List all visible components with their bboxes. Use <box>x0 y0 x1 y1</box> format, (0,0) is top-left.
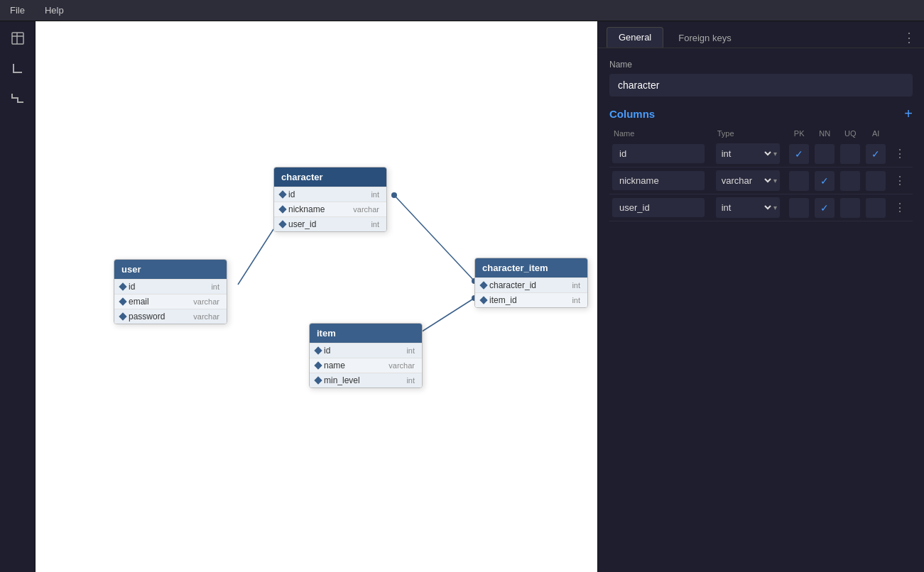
col-header-name: Name <box>609 126 713 141</box>
col-nn-id[interactable] <box>815 144 835 164</box>
elbow-connector-icon[interactable] <box>8 58 28 78</box>
col-type-select-user_id[interactable]: intvarchartextfloatboolean <box>716 197 773 218</box>
column-row-id: intvarchartextfloatboolean▾✓✓⋮ <box>609 141 913 167</box>
row-type-label: int <box>406 346 415 355</box>
table-row-user-email: emailvarchar <box>114 294 227 309</box>
col-pk-user_id[interactable] <box>789 198 809 218</box>
columns-title: Columns <box>609 108 655 120</box>
col-name-input-user_id[interactable] <box>612 198 705 217</box>
name-field-group: Name <box>609 60 913 97</box>
table-user[interactable]: useridintemailvarcharpasswordvarchar <box>114 259 227 324</box>
row-name-label: email <box>129 297 190 307</box>
col-type-select-id[interactable]: intvarchartextfloatboolean <box>716 143 773 164</box>
row-type-label: int <box>371 190 379 199</box>
table-header-character[interactable]: character <box>274 167 386 187</box>
table-row-user-id: idint <box>114 279 227 294</box>
row-name-label: min_level <box>324 375 403 385</box>
main-layout: characteridintnicknamevarcharuser_idintu… <box>0 21 924 572</box>
add-column-button[interactable]: + <box>904 106 913 121</box>
svg-rect-0 <box>12 33 23 44</box>
row-name-label: name <box>324 361 386 370</box>
diamond-icon <box>119 312 126 320</box>
table-row-item-min_level: min_levelint <box>310 373 422 387</box>
col-name-input-nickname[interactable] <box>612 171 705 190</box>
col-ai-id[interactable]: ✓ <box>866 144 886 164</box>
row-type-label: varchar <box>353 205 379 214</box>
svg-line-3 <box>238 229 273 285</box>
columns-section: Columns + Name Type PK NN UQ AI <box>609 106 913 221</box>
table-character[interactable]: characteridintnicknamevarcharuser_idint <box>273 167 387 232</box>
table-row-character-id: idint <box>274 187 386 202</box>
col-nn-nickname[interactable]: ✓ <box>815 171 835 191</box>
table-row-character_item-item_id: item_idint <box>475 292 587 307</box>
col-type-wrapper-nickname: intvarchartextfloatboolean▾ <box>716 170 780 191</box>
step-connector-icon[interactable] <box>8 88 28 108</box>
col-type-wrapper-user_id: intvarchartextfloatboolean▾ <box>716 197 780 218</box>
row-type-label: int <box>572 296 580 304</box>
col-header-ai: AI <box>863 126 888 141</box>
table-row-item-id: idint <box>310 343 422 358</box>
row-name-label: password <box>129 312 190 321</box>
col-uq-user_id[interactable] <box>840 198 860 218</box>
table-icon[interactable] <box>8 28 28 48</box>
row-name-label: item_id <box>489 295 569 305</box>
columns-header: Columns + <box>609 106 913 121</box>
panel-content: Name Columns + Name Type PK NN <box>598 48 924 233</box>
col-pk-nickname[interactable] <box>789 171 809 191</box>
diamond-icon <box>119 297 126 305</box>
row-name-label: id <box>324 346 403 356</box>
svg-line-4 <box>394 195 474 281</box>
col-ai-nickname[interactable] <box>866 171 886 191</box>
col-header-nn: NN <box>812 126 837 141</box>
table-header-user[interactable]: user <box>114 260 227 279</box>
col-header-uq: UQ <box>837 126 863 141</box>
table-item[interactable]: itemidintnamevarcharmin_levelint <box>309 323 423 388</box>
row-type-label: int <box>572 281 580 290</box>
table-row-user-password: passwordvarchar <box>114 309 227 324</box>
col-pk-id[interactable]: ✓ <box>789 144 809 164</box>
sidebar <box>0 21 36 572</box>
tab-foreign-keys[interactable]: Foreign keys <box>666 28 743 48</box>
dropdown-arrow-icon: ▾ <box>773 177 777 185</box>
row-name-label: character_id <box>489 280 569 290</box>
col-row-menu-user_id[interactable]: ⋮ <box>891 202 908 214</box>
diamond-icon <box>479 281 487 289</box>
diamond-icon <box>314 361 322 369</box>
col-ai-user_id[interactable] <box>866 198 886 218</box>
row-name-label: id <box>129 282 208 292</box>
table-character_item[interactable]: character_itemcharacter_idintitem_idint <box>474 258 588 308</box>
col-uq-id[interactable] <box>840 144 860 164</box>
tab-general[interactable]: General <box>607 27 663 48</box>
row-name-label: user_id <box>288 219 368 229</box>
col-uq-nickname[interactable] <box>840 171 860 191</box>
table-row-character-user_id: user_idint <box>274 216 386 231</box>
name-label: Name <box>609 60 913 70</box>
col-header-pk: PK <box>786 126 812 141</box>
row-type-label: varchar <box>193 297 219 306</box>
table-header-character_item[interactable]: character_item <box>475 258 587 277</box>
menu-help[interactable]: Help <box>40 4 68 17</box>
diamond-icon <box>119 282 126 290</box>
panel-menu-dots[interactable]: ⋮ <box>903 30 915 45</box>
svg-point-5 <box>391 192 397 198</box>
column-row-nickname: intvarchartextfloatboolean▾✓⋮ <box>609 167 913 194</box>
row-name-label: nickname <box>288 204 350 214</box>
col-nn-user_id[interactable]: ✓ <box>815 198 835 218</box>
dropdown-arrow-icon: ▾ <box>773 150 777 158</box>
right-panel: General Foreign keys ⋮ Name Columns + <box>597 21 924 572</box>
name-input[interactable] <box>609 74 913 97</box>
diamond-icon <box>479 296 487 304</box>
menu-file[interactable]: File <box>6 4 29 17</box>
diamond-icon <box>278 190 286 198</box>
table-header-item[interactable]: item <box>310 324 422 343</box>
columns-table: Name Type PK NN UQ AI intvarchartextfloa… <box>609 126 913 221</box>
canvas-area[interactable]: characteridintnicknamevarcharuser_idintu… <box>36 21 597 572</box>
table-row-item-name: namevarchar <box>310 358 422 373</box>
col-type-wrapper-id: intvarchartextfloatboolean▾ <box>716 143 780 164</box>
col-name-input-id[interactable] <box>612 144 705 163</box>
col-type-select-nickname[interactable]: intvarchartextfloatboolean <box>716 170 773 191</box>
row-name-label: id <box>288 189 368 199</box>
col-row-menu-nickname[interactable]: ⋮ <box>891 175 908 187</box>
table-row-character-nickname: nicknamevarchar <box>274 202 386 216</box>
col-row-menu-id[interactable]: ⋮ <box>891 148 908 160</box>
